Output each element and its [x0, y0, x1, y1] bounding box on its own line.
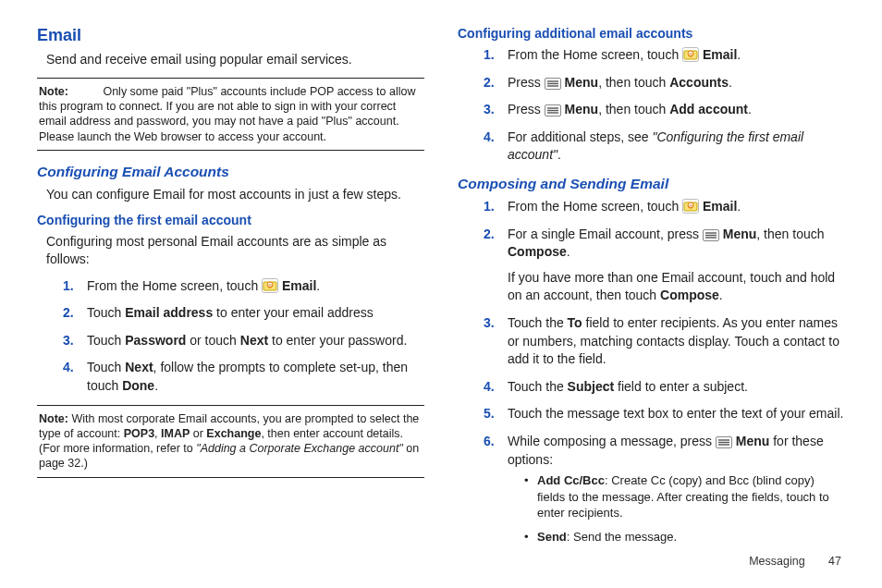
- compose-options-list: Add Cc/Bcc: Create Cc (copy) and Bcc (bl…: [524, 472, 845, 545]
- step-text-bold: Add account: [669, 102, 748, 116]
- step-text: , then touch: [598, 102, 669, 116]
- svg-text:@: @: [268, 282, 273, 288]
- first-account-intro: Configuring most personal Email accounts…: [46, 233, 424, 268]
- subheading-composing: Composing and Sending Email: [458, 176, 845, 192]
- step-text: While composing a message, press: [508, 434, 716, 448]
- step-text-bold: Next: [125, 360, 153, 374]
- step-text: .: [316, 278, 320, 293]
- step-text-bold: Compose: [508, 244, 567, 259]
- step-text: .: [719, 288, 723, 302]
- note-text: or: [190, 427, 206, 440]
- steps-additional-accounts: From the Home screen, touch @ Email. Pre…: [484, 46, 845, 165]
- email-icon: @: [682, 199, 699, 214]
- steps-composing: From the Home screen, touch @ Email. For…: [484, 198, 845, 545]
- step-text-bold: Menu: [565, 102, 599, 116]
- menu-icon: [545, 104, 561, 116]
- step-text: .: [557, 147, 561, 162]
- step-text: Press: [508, 102, 545, 116]
- step-text: or touch: [186, 333, 239, 348]
- menu-icon: [545, 78, 561, 90]
- step-item: From the Home screen, touch @ Email.: [63, 277, 424, 296]
- step-text: .: [154, 378, 158, 393]
- footer-page-number: 47: [828, 555, 841, 568]
- step-item: Touch Email address to enter your email …: [63, 304, 424, 323]
- two-column-layout: Email Send and receive email using popul…: [37, 26, 845, 554]
- list-item: Add Cc/Bcc: Create Cc (copy) and Bcc (bl…: [524, 472, 845, 521]
- section-heading-email: Email: [37, 26, 424, 45]
- step-text-bold: Password: [125, 333, 186, 348]
- svg-text:@: @: [689, 202, 693, 208]
- step-text: Press: [508, 75, 545, 90]
- option-text: : Send the message.: [567, 530, 677, 544]
- footer-section: Messaging: [749, 555, 804, 568]
- left-column: Email Send and receive email using popul…: [37, 26, 424, 554]
- step-text: For additional steps, see: [508, 129, 652, 144]
- step-text: Touch the: [508, 379, 568, 394]
- step-item: Touch Next, follow the prompts to comple…: [63, 359, 424, 395]
- step-text: Touch: [87, 360, 125, 374]
- step-text: For a single Email account, press: [508, 227, 703, 241]
- note-text-bold: Exchange: [206, 427, 261, 440]
- step-text-bold: Accounts: [669, 75, 729, 90]
- step-item: Press Menu, then touch Accounts.: [484, 74, 845, 92]
- step-text-bold: Subject: [568, 379, 615, 394]
- note-plus-accounts: Note: Only some paid "Plus" accounts inc…: [37, 78, 424, 151]
- step-text: to enter your email address: [213, 305, 374, 320]
- step-text: From the Home screen, touch: [508, 199, 682, 214]
- menu-icon: [716, 436, 732, 448]
- step-text: From the Home screen, touch: [87, 278, 262, 293]
- note-text-bold: POP3: [124, 427, 154, 440]
- step-text-bold: Menu: [565, 75, 599, 90]
- note-text-italic: "Adding a Corporate Exchange account": [196, 442, 403, 455]
- step-item: Touch the To field to enter recipients. …: [484, 314, 845, 369]
- step-text: .: [748, 102, 752, 116]
- step-text-bold: To: [568, 315, 582, 330]
- step-text-bold: Email: [703, 47, 737, 62]
- right-column: Configuring additional email accounts Fr…: [458, 26, 845, 554]
- subheading-config-accounts: Configuring Email Accounts: [37, 164, 424, 180]
- step-item: Touch the Subject field to enter a subje…: [484, 378, 845, 397]
- step-item: Touch the message text box to enter the …: [484, 405, 845, 423]
- subheading-additional-accounts: Configuring additional email accounts: [458, 26, 845, 41]
- step-text-bold: Menu: [723, 227, 757, 241]
- step-text: Touch: [87, 305, 125, 320]
- steps-first-account: From the Home screen, touch @ Email. Tou…: [63, 277, 424, 396]
- step-text: .: [737, 47, 741, 62]
- step-item: While composing a message, press Menu fo…: [484, 433, 845, 545]
- intro-text: Send and receive email using popular ema…: [46, 51, 424, 68]
- step-text-bold: Email: [703, 199, 737, 214]
- step-text: Touch: [87, 333, 125, 348]
- step-text: .: [737, 199, 741, 214]
- step-text: to enter your password.: [268, 333, 407, 348]
- menu-icon: [703, 229, 719, 241]
- note-corporate-accounts: Note: With most corporate Email accounts…: [37, 405, 424, 478]
- step-item: For a single Email account, press Menu, …: [484, 226, 845, 305]
- note-text-bold: IMAP: [161, 427, 190, 440]
- note-label: Note:: [39, 85, 68, 98]
- step-item: Press Menu, then touch Add account.: [484, 101, 845, 119]
- step-text-bold: Done: [122, 378, 154, 393]
- step-text-bold: Compose: [660, 288, 719, 302]
- email-icon: @: [682, 47, 699, 62]
- step-text-bold: Email: [282, 278, 316, 293]
- step-text: , then touch: [756, 227, 824, 241]
- step-text: Touch the message text box to enter the …: [508, 406, 843, 421]
- step-item: From the Home screen, touch @ Email.: [484, 198, 845, 216]
- step-item: Touch Password or touch Next to enter yo…: [63, 332, 424, 350]
- step-text-bold: Next: [240, 333, 268, 348]
- page-footer: Messaging 47: [749, 555, 841, 568]
- step-text: , then touch: [598, 75, 669, 90]
- step-text: .: [567, 244, 570, 259]
- step-text: field to enter a subject.: [614, 379, 748, 394]
- step-item: From the Home screen, touch @ Email.: [484, 46, 845, 65]
- note-label: Note:: [39, 412, 68, 425]
- config-intro: You can configure Email for most account…: [46, 186, 424, 203]
- list-item: Send: Send the message.: [524, 529, 845, 545]
- email-icon: @: [262, 278, 278, 293]
- step-text-bold: Email address: [125, 305, 213, 320]
- step-text-bold: Menu: [736, 434, 770, 448]
- manual-page: Email Send and receive email using popul…: [0, 0, 882, 588]
- step-text: From the Home screen, touch: [508, 47, 682, 62]
- subheading-first-account: Configuring the first email account: [37, 213, 424, 227]
- option-label: Add Cc/Bcc: [537, 473, 605, 487]
